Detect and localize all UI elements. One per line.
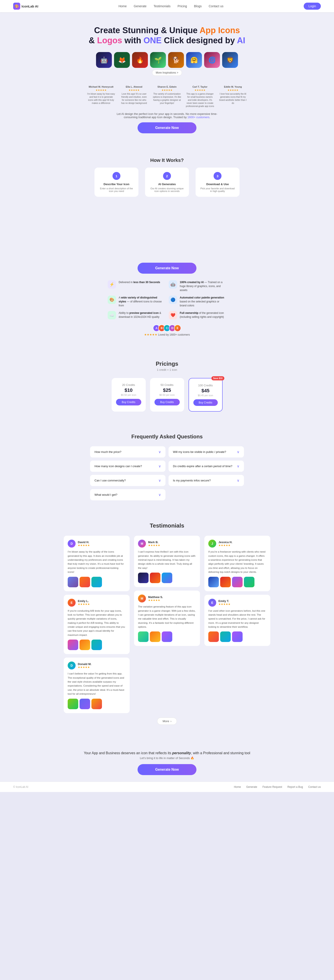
avatar-row: A B C D E [5, 325, 329, 332]
hero-icon-1: 🤖 [96, 52, 112, 68]
nav-links: Home Generate Testimonials Pricing Blogs… [118, 4, 223, 8]
how-it-works-section: How It Works? 1 Describe Your Icon Enter… [0, 149, 334, 205]
hero-accent-icons: App Icons [199, 26, 240, 35]
per-icon-1: $0.50 per icon [154, 394, 180, 396]
tcard-img-5-2 [91, 698, 102, 709]
how-step-1: 1 Describe Your Icon Enter a short descr… [94, 167, 138, 197]
testimonials-col-left: D David H. ★★★★★ I'm blown away by the q… [64, 536, 130, 713]
hero-headline: Create Stunning & Unique App Icons & Log… [5, 25, 329, 46]
tcard-images-4 [208, 577, 266, 587]
pricing-title: Pricings [5, 360, 329, 367]
tcard-avatar-0: D [68, 539, 76, 547]
feature-icon-2: 🎨 [108, 296, 116, 304]
pricing-cards: 20 Credits $10 $0.50 per icon Buy Credit… [5, 378, 329, 412]
nav-home[interactable]: Home [118, 5, 127, 8]
footer-home[interactable]: Home [234, 785, 241, 789]
more-inspirations-button[interactable]: More Inspirations > [152, 70, 182, 76]
feature-text-4: Ability to preview generated icon & down… [119, 311, 165, 319]
mini-testimonials-row: Michael M. Honeycutt ★★★★★ I'm blown awa… [5, 86, 329, 108]
generate-desc: Let AI design the perfect icon for your … [112, 112, 222, 119]
features-generate-wrap: Generate Now [5, 262, 329, 274]
nav-generate[interactable]: Generate [134, 5, 146, 8]
features-generate-button[interactable]: Generate Now [138, 262, 196, 274]
footer-generate[interactable]: Generate [246, 785, 257, 789]
per-icon-0: $0.50 per icon [116, 394, 141, 396]
login-button[interactable]: Login [304, 3, 321, 10]
customers-link[interactable]: 1600+ customers [188, 116, 209, 119]
hero-icon-5: 🐕 [168, 52, 184, 68]
chevron-down-icon-5: ∨ [237, 478, 240, 482]
hero-accent-logos: Logos [97, 36, 122, 45]
tcard-img-4-1 [220, 577, 231, 587]
nav-testimonials[interactable]: Testimonials [154, 5, 170, 8]
faq-item-6[interactable]: What would I get? ∨ [90, 489, 165, 500]
cta-bottom-section: Your App and Business deserves an icon t… [0, 740, 334, 782]
tcard-images-3 [68, 640, 126, 650]
tcard-0: D David H. ★★★★★ I'm blown away by the q… [64, 536, 130, 591]
tcard-2: M Matthew S. ★★★★★ The variation generat… [134, 590, 200, 646]
nav-contact[interactable]: Contact us [209, 5, 223, 8]
tcard-img-0-1 [80, 577, 90, 587]
hero-generate-button[interactable]: Generate Now [138, 123, 196, 133]
tcard-img-3-2 [91, 640, 102, 650]
price-1: $25 [154, 387, 180, 393]
cta-sub: Let's bring it to life in matter of Seco… [5, 756, 329, 760]
tcard-5: D Donald M. ★★★★★ I can't believe the va… [64, 657, 130, 713]
feature-text-3: Automated color palette generation based… [180, 296, 226, 307]
price-0: $10 [116, 387, 141, 393]
faq-grid: How much the price? ∨ Will my icons be v… [90, 446, 244, 500]
navbar: 🎨 IconLab AI Home Generate Testimonials … [0, 0, 334, 12]
price-2: $45 [193, 388, 218, 394]
buy-button-2[interactable]: Buy Credits [193, 399, 218, 406]
footer-contact[interactable]: Contact us [308, 785, 321, 789]
logo-icon: 🎨 [13, 3, 20, 10]
faq-item-2[interactable]: How many icon designs can I create? ∨ [90, 461, 165, 472]
faq-item-1[interactable]: Will my icons be visible in public / pri… [169, 446, 244, 458]
footer: © IconLab AI Home Generate Feature Reque… [0, 782, 334, 792]
features-section: Generate Now ⚡ Delivered in less than 30… [0, 254, 334, 350]
footer-report-bug[interactable]: Report a Bug [288, 785, 303, 789]
footer-feature-request[interactable]: Feature Request [262, 785, 282, 789]
buy-button-0[interactable]: Buy Credits [116, 399, 141, 406]
how-title: How It Works? [5, 158, 329, 163]
tcard-img-2-0 [138, 632, 148, 642]
feature-icon-3: 🔵 [169, 296, 177, 304]
tcard-6: E Emily T. ★★★★★ I've used other icon ge… [204, 595, 270, 646]
buy-button-1[interactable]: Buy Credits [154, 399, 180, 406]
tcard-1: M Mark B. ★★★★★ I can't express how thri… [134, 536, 200, 587]
tcard-images-6 [208, 632, 266, 642]
tcard-img-3-0 [68, 640, 78, 650]
faq-item-4[interactable]: Can I use commercially? ∨ [90, 475, 165, 486]
faq-section: Frequently Asked Questions How much the … [0, 423, 334, 511]
more-button[interactable]: More › [157, 718, 177, 725]
testimonials-grid: D David H. ★★★★★ I'm blown away by the q… [64, 536, 270, 713]
nav-blogs[interactable]: Blogs [194, 5, 202, 8]
cta-generate-button[interactable]: Generate Now [138, 764, 196, 775]
tcard-img-2-2 [162, 632, 172, 642]
feature-item-2: 🎨 A wide variety of distinguished styles… [108, 296, 165, 307]
chevron-down-icon-6: ∨ [158, 493, 161, 497]
how-step-3: 3 Download & Use Pick your favorite and … [196, 167, 240, 197]
faq-item-3[interactable]: Do credits expire after a certain period… [169, 461, 244, 472]
hero-accent-one: ONE [143, 36, 162, 45]
tcard-img-5-0 [68, 698, 78, 709]
logo: 🎨 IconLab AI [13, 3, 38, 10]
loved-by: A B C D E ★★★★★ Loved by 1600+ customers [5, 325, 329, 336]
how-step-2: 2 AI Generates Our AI creates stunning u… [145, 167, 189, 197]
faq-item-5[interactable]: Is my payments infos secure? ∨ [169, 475, 244, 486]
save-badge: Save $10 [212, 376, 224, 380]
tcard-img-5-1 [80, 698, 90, 709]
tcard-img-1-0 [138, 573, 148, 583]
footer-left: © IconLab AI [13, 785, 29, 789]
tcard-img-4-2 [232, 577, 243, 587]
feature-item-3: 🔵 Automated color palette generation bas… [169, 296, 226, 307]
tcard-4: J Jessica H. ★★★★★ If you're a freelance… [204, 536, 270, 591]
mini-testimonial-4: Eddie M. Young ★★★★★ I love how accurate… [219, 86, 247, 108]
hero-icons-row: 🤖 🦊 🔥 🌱 🐕 🤗 🌀 🦁 [5, 52, 329, 68]
mini-testimonial-0: Michael M. Honeycutt ★★★★★ I'm blown awa… [87, 86, 115, 108]
chevron-down-icon-0: ∨ [158, 450, 161, 454]
nav-pricing[interactable]: Pricing [178, 5, 187, 8]
how-steps: 1 Describe Your Icon Enter a short descr… [5, 167, 329, 197]
hero-icon-3: 🔥 [132, 52, 148, 68]
faq-item-0[interactable]: How much the price? ∨ [90, 446, 165, 458]
